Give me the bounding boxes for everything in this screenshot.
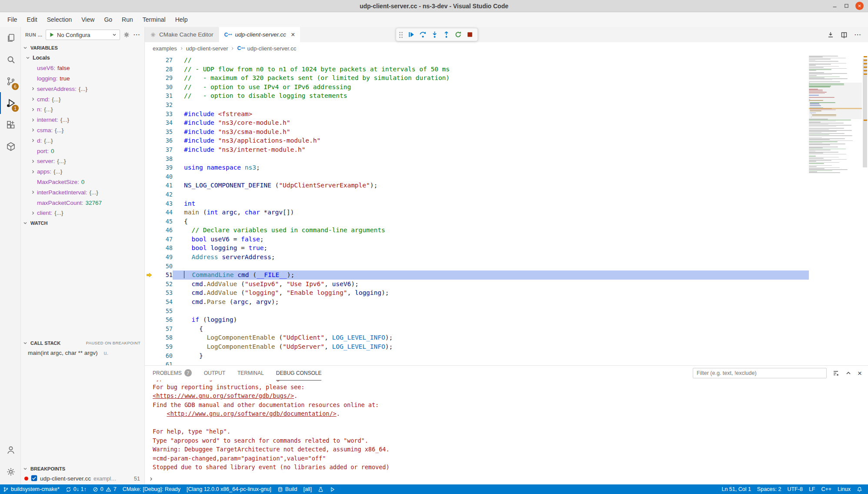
status-problems[interactable]: 07	[90, 484, 120, 494]
gutter-glyph-margin[interactable]	[145, 351, 155, 360]
line-number[interactable]: 57	[155, 324, 173, 334]
download-icon[interactable]	[827, 31, 834, 38]
line-number[interactable]: 28	[155, 65, 173, 74]
gutter-glyph-margin[interactable]	[145, 307, 155, 316]
gutter-glyph-margin[interactable]	[145, 118, 155, 127]
code-line-30[interactable]: 30// - option to use IPv4 or IPv6 addres…	[145, 83, 809, 92]
gutter-glyph-margin[interactable]	[145, 253, 155, 262]
variable-n[interactable]: n:{...}	[21, 104, 144, 115]
gutter-glyph-margin[interactable]	[145, 324, 155, 334]
code-line-44[interactable]: 44main (int argc, char *argv[])	[145, 208, 809, 217]
gutter-glyph-margin[interactable]	[145, 65, 155, 74]
restart-button[interactable]	[453, 30, 463, 40]
gutter-glyph-margin[interactable]	[145, 110, 155, 119]
gutter-glyph-margin[interactable]	[145, 262, 155, 271]
menu-item-view[interactable]: View	[77, 12, 99, 27]
line-number[interactable]: 39	[155, 163, 173, 172]
breadcrumb-item[interactable]: udp-client-server	[186, 45, 228, 52]
variable-useV6[interactable]: useV6:false	[21, 63, 144, 73]
code-line-31[interactable]: 31// - option to disable logging stateme…	[145, 91, 809, 100]
line-number[interactable]: 40	[155, 172, 173, 181]
variable-port[interactable]: port:0	[21, 146, 144, 156]
variable-cmd[interactable]: cmd:{...}	[21, 94, 144, 104]
gutter-glyph-margin[interactable]	[145, 235, 155, 244]
gutter-glyph-margin[interactable]	[145, 280, 155, 289]
status-os[interactable]: Linux	[835, 484, 854, 494]
code-line-51[interactable]: 51 CommandLine cmd (__FILE__);	[145, 270, 809, 280]
variable-d[interactable]: d:{...}	[21, 135, 144, 146]
breadcrumb-item[interactable]: examples	[153, 45, 177, 52]
status-indentation[interactable]: Spaces: 2	[754, 484, 785, 494]
code-line-33[interactable]: 33#include <fstream>	[145, 110, 809, 119]
menu-item-edit[interactable]: Edit	[22, 12, 42, 27]
gear-icon[interactable]	[123, 31, 130, 38]
activity-bar-item-cmake[interactable]	[0, 136, 20, 157]
gutter-glyph-margin[interactable]	[145, 199, 155, 208]
gutter-glyph-margin[interactable]	[145, 172, 155, 181]
line-number[interactable]: 41	[155, 181, 173, 190]
gutter-glyph-margin[interactable]	[145, 83, 155, 92]
variable-MaxPacketSize[interactable]: MaxPacketSize:0	[21, 177, 144, 187]
gutter-glyph-margin[interactable]	[145, 270, 155, 280]
panel-tab-problems[interactable]: PROBLEMS7	[153, 366, 192, 381]
status-cmake-launch[interactable]	[327, 484, 338, 494]
breakpoint-item[interactable]: udp-client-server.cc exampl… 51	[21, 474, 144, 484]
status-cursor-position[interactable]: Ln 51, Col 1	[718, 484, 754, 494]
code-line-49[interactable]: 49 Address serverAddress;	[145, 253, 809, 262]
code-line-32[interactable]: 32	[145, 100, 809, 110]
line-number[interactable]: 54	[155, 297, 173, 307]
code-line-38[interactable]: 38	[145, 154, 809, 164]
line-number[interactable]: 42	[155, 190, 173, 199]
menu-item-terminal[interactable]: Terminal	[138, 12, 170, 27]
gutter-glyph-margin[interactable]	[145, 297, 155, 307]
code-line-42[interactable]: 42	[145, 190, 809, 199]
line-number[interactable]: 46	[155, 226, 173, 235]
minimize-icon[interactable]	[832, 3, 838, 9]
line-number[interactable]: 33	[155, 110, 173, 119]
breakpoint-checkbox[interactable]	[31, 475, 37, 483]
menu-item-file[interactable]: File	[3, 12, 22, 27]
status-encoding[interactable]: UTF-8	[784, 484, 805, 494]
variable-client[interactable]: client:{...}	[21, 208, 144, 218]
scrollbar-thumb[interactable]	[863, 59, 867, 167]
code-line-34[interactable]: 34#include "ns3/core-module.h"	[145, 118, 809, 127]
status-cmake-build[interactable]: Build	[274, 484, 300, 494]
code-line-41[interactable]: 41NS_LOG_COMPONENT_DEFINE ("UdpClientSer…	[145, 181, 809, 190]
line-number[interactable]: 59	[155, 342, 173, 351]
activity-bar-item-accounts[interactable]	[0, 439, 20, 461]
gutter-glyph-margin[interactable]	[145, 217, 155, 226]
menu-item-run[interactable]: Run	[117, 12, 138, 27]
code-line-53[interactable]: 53 cmd.AddValue ("logging", "Enable logg…	[145, 288, 809, 297]
gutter-glyph-margin[interactable]	[145, 145, 155, 154]
stack-frame[interactable]: main(int argc, char ** argv) u.	[21, 348, 144, 358]
line-number[interactable]: 45	[155, 217, 173, 226]
variable-serverAddress[interactable]: serverAddress:{...}	[21, 83, 144, 94]
code-line-59[interactable]: 59 LogComponentEnable ("UdpServer", LOG_…	[145, 342, 809, 351]
code-line-60[interactable]: 60 }	[145, 351, 809, 360]
close-icon[interactable]: ×	[855, 2, 864, 10]
code-line-55[interactable]: 55	[145, 307, 809, 316]
debug-console-output[interactable]: Type "show configuration" for configurat…	[145, 381, 868, 473]
line-number[interactable]: 56	[155, 315, 173, 324]
stop-button[interactable]	[464, 30, 475, 40]
minimap[interactable]	[809, 54, 862, 365]
line-number[interactable]: 61	[155, 360, 173, 365]
activity-bar-item-extensions[interactable]	[0, 114, 20, 136]
status-git-branch[interactable]: buildsystem-cmake*	[0, 484, 63, 494]
gutter-glyph-margin[interactable]	[145, 315, 155, 324]
code-line-48[interactable]: 48 bool logging = true;	[145, 244, 809, 253]
gutter-glyph-margin[interactable]	[145, 333, 155, 342]
line-number[interactable]: 31	[155, 91, 173, 100]
minimap-slider[interactable]	[809, 83, 862, 119]
code-line-28[interactable]: 28// - UDP flow from n0 to n1 of 1024 by…	[145, 65, 809, 74]
variable-maxPacketCount[interactable]: maxPacketCount:32767	[21, 197, 144, 208]
status-eol[interactable]: LF	[806, 484, 818, 494]
step-over-button[interactable]	[417, 30, 428, 40]
activity-bar-item-settings[interactable]	[0, 461, 20, 483]
step-into-button[interactable]	[429, 30, 440, 40]
status-git-sync[interactable]: 0↓ 1↑	[63, 484, 90, 494]
gutter-glyph-margin[interactable]	[145, 154, 155, 164]
code-line-47[interactable]: 47 bool useV6 = false;	[145, 235, 809, 244]
code-line-40[interactable]: 40	[145, 172, 809, 181]
gutter-glyph-margin[interactable]	[145, 360, 155, 365]
